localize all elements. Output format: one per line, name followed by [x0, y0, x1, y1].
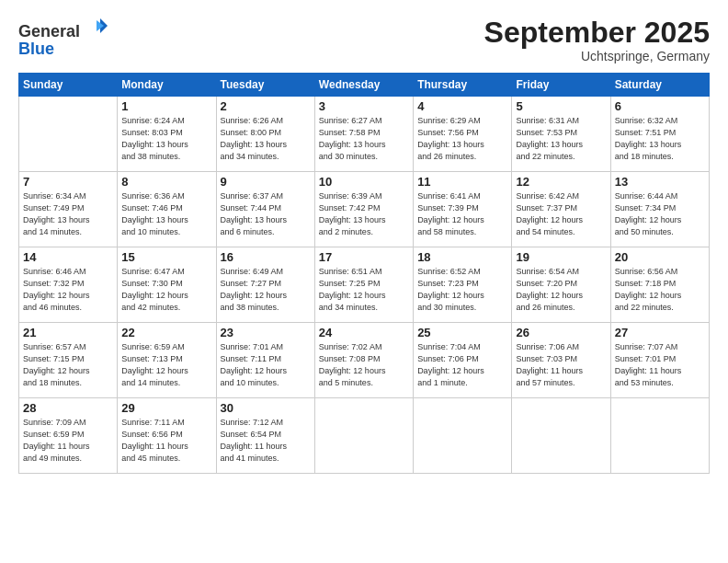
day-info: Sunrise: 7:06 AMSunset: 7:03 PMDaylight:…: [516, 341, 606, 389]
day-info: Sunrise: 6:46 AMSunset: 7:32 PMDaylight:…: [23, 266, 113, 314]
day-number: 6: [615, 99, 705, 113]
day-info: Sunrise: 7:02 AMSunset: 7:08 PMDaylight:…: [319, 341, 409, 389]
day-number: 16: [221, 250, 311, 264]
day-number: 2: [221, 99, 311, 113]
table-row: [314, 398, 413, 474]
logo-blue: Blue: [18, 40, 54, 58]
day-number: 15: [121, 250, 211, 264]
day-number: 17: [319, 250, 409, 264]
day-info: Sunrise: 7:04 AMSunset: 7:06 PMDaylight:…: [417, 341, 507, 389]
calendar-week-row: 21Sunrise: 6:57 AMSunset: 7:15 PMDayligh…: [19, 323, 710, 398]
day-number: 10: [319, 175, 409, 189]
header-monday: Monday: [118, 74, 216, 97]
day-info: Sunrise: 6:49 AMSunset: 7:27 PMDaylight:…: [221, 266, 311, 314]
day-info: Sunrise: 6:27 AMSunset: 7:58 PMDaylight:…: [319, 115, 409, 163]
day-number: 14: [23, 250, 113, 264]
day-number: 28: [23, 401, 113, 415]
logo-general: General: [18, 22, 80, 40]
day-info: Sunrise: 7:09 AMSunset: 6:59 PMDaylight:…: [23, 417, 113, 465]
day-info: Sunrise: 7:01 AMSunset: 7:11 PMDaylight:…: [221, 341, 311, 389]
table-row: 21Sunrise: 6:57 AMSunset: 7:15 PMDayligh…: [19, 323, 118, 398]
table-row: 24Sunrise: 7:02 AMSunset: 7:08 PMDayligh…: [314, 323, 413, 398]
calendar-week-row: 7Sunrise: 6:34 AMSunset: 7:49 PMDaylight…: [19, 172, 710, 247]
table-row: [610, 398, 709, 474]
day-info: Sunrise: 6:59 AMSunset: 7:13 PMDaylight:…: [121, 341, 211, 389]
day-number: 1: [121, 99, 211, 113]
table-row: 16Sunrise: 6:49 AMSunset: 7:27 PMDayligh…: [216, 247, 314, 323]
day-number: 11: [417, 175, 507, 189]
table-row: 18Sunrise: 6:52 AMSunset: 7:23 PMDayligh…: [414, 247, 512, 323]
day-number: 9: [221, 175, 311, 189]
page: General Blue September 2025 Uchtspringe,…: [0, 0, 728, 563]
header-thursday: Thursday: [414, 74, 512, 97]
table-row: 4Sunrise: 6:29 AMSunset: 7:56 PMDaylight…: [414, 97, 512, 172]
table-row: 6Sunrise: 6:32 AMSunset: 7:51 PMDaylight…: [610, 97, 709, 172]
day-info: Sunrise: 6:52 AMSunset: 7:23 PMDaylight:…: [417, 266, 507, 314]
table-row: 9Sunrise: 6:37 AMSunset: 7:44 PMDaylight…: [216, 172, 314, 247]
header-friday: Friday: [512, 74, 610, 97]
day-info: Sunrise: 6:26 AMSunset: 8:00 PMDaylight:…: [221, 115, 311, 163]
day-info: Sunrise: 6:56 AMSunset: 7:18 PMDaylight:…: [615, 266, 705, 314]
day-info: Sunrise: 6:57 AMSunset: 7:15 PMDaylight:…: [23, 341, 113, 389]
table-row: 8Sunrise: 6:36 AMSunset: 7:46 PMDaylight…: [118, 172, 216, 247]
logo-text: General: [18, 17, 108, 40]
day-number: 7: [23, 175, 113, 189]
day-info: Sunrise: 7:11 AMSunset: 6:56 PMDaylight:…: [121, 417, 211, 465]
day-info: Sunrise: 6:44 AMSunset: 7:34 PMDaylight:…: [615, 190, 705, 238]
header-saturday: Saturday: [610, 74, 709, 97]
logo: General Blue: [18, 17, 108, 58]
day-number: 20: [615, 250, 705, 264]
day-number: 19: [516, 250, 606, 264]
calendar-week-row: 28Sunrise: 7:09 AMSunset: 6:59 PMDayligh…: [19, 398, 710, 474]
day-number: 24: [319, 326, 409, 339]
table-row: 19Sunrise: 6:54 AMSunset: 7:20 PMDayligh…: [512, 247, 610, 323]
table-row: 7Sunrise: 6:34 AMSunset: 7:49 PMDaylight…: [19, 172, 118, 247]
day-number: 27: [615, 326, 705, 339]
day-info: Sunrise: 6:37 AMSunset: 7:44 PMDaylight:…: [221, 190, 311, 238]
day-number: 25: [417, 326, 507, 339]
table-row: [414, 398, 512, 474]
day-info: Sunrise: 7:07 AMSunset: 7:01 PMDaylight:…: [615, 341, 705, 389]
day-info: Sunrise: 6:34 AMSunset: 7:49 PMDaylight:…: [23, 190, 113, 238]
day-number: 21: [23, 326, 113, 339]
day-info: Sunrise: 6:31 AMSunset: 7:53 PMDaylight:…: [516, 115, 606, 163]
day-info: Sunrise: 6:32 AMSunset: 7:51 PMDaylight:…: [615, 115, 705, 163]
day-info: Sunrise: 6:36 AMSunset: 7:46 PMDaylight:…: [121, 190, 211, 238]
logo-icon: [87, 17, 108, 37]
calendar-week-row: 1Sunrise: 6:24 AMSunset: 8:03 PMDaylight…: [19, 97, 710, 172]
header-tuesday: Tuesday: [216, 74, 314, 97]
day-number: 23: [221, 326, 311, 339]
table-row: 13Sunrise: 6:44 AMSunset: 7:34 PMDayligh…: [610, 172, 709, 247]
table-row: 22Sunrise: 6:59 AMSunset: 7:13 PMDayligh…: [118, 323, 216, 398]
table-row: 5Sunrise: 6:31 AMSunset: 7:53 PMDaylight…: [512, 97, 610, 172]
day-info: Sunrise: 6:42 AMSunset: 7:37 PMDaylight:…: [516, 190, 606, 238]
day-info: Sunrise: 7:12 AMSunset: 6:54 PMDaylight:…: [221, 417, 311, 465]
header-sunday: Sunday: [19, 74, 118, 97]
table-row: 10Sunrise: 6:39 AMSunset: 7:42 PMDayligh…: [314, 172, 413, 247]
day-info: Sunrise: 6:51 AMSunset: 7:25 PMDaylight:…: [319, 266, 409, 314]
day-number: 12: [516, 175, 606, 189]
table-row: 27Sunrise: 7:07 AMSunset: 7:01 PMDayligh…: [610, 323, 709, 398]
day-number: 5: [516, 99, 606, 113]
day-info: Sunrise: 6:24 AMSunset: 8:03 PMDaylight:…: [121, 115, 211, 163]
calendar-table: Sunday Monday Tuesday Wednesday Thursday…: [18, 73, 710, 474]
page-title: September 2025: [484, 17, 710, 49]
day-number: 13: [615, 175, 705, 189]
title-block: September 2025 Uchtspringe, Germany: [484, 17, 710, 63]
header: General Blue September 2025 Uchtspringe,…: [18, 17, 710, 63]
table-row: 15Sunrise: 6:47 AMSunset: 7:30 PMDayligh…: [118, 247, 216, 323]
table-row: 26Sunrise: 7:06 AMSunset: 7:03 PMDayligh…: [512, 323, 610, 398]
table-row: 17Sunrise: 6:51 AMSunset: 7:25 PMDayligh…: [314, 247, 413, 323]
day-number: 29: [121, 401, 211, 415]
day-info: Sunrise: 6:39 AMSunset: 7:42 PMDaylight:…: [319, 190, 409, 238]
day-number: 4: [417, 99, 507, 113]
table-row: 28Sunrise: 7:09 AMSunset: 6:59 PMDayligh…: [19, 398, 118, 474]
table-row: 12Sunrise: 6:42 AMSunset: 7:37 PMDayligh…: [512, 172, 610, 247]
day-number: 26: [516, 326, 606, 339]
table-row: 2Sunrise: 6:26 AMSunset: 8:00 PMDaylight…: [216, 97, 314, 172]
location-label: Uchtspringe, Germany: [484, 49, 710, 63]
table-row: [512, 398, 610, 474]
table-row: 11Sunrise: 6:41 AMSunset: 7:39 PMDayligh…: [414, 172, 512, 247]
table-row: 30Sunrise: 7:12 AMSunset: 6:54 PMDayligh…: [216, 398, 314, 474]
table-row: 3Sunrise: 6:27 AMSunset: 7:58 PMDaylight…: [314, 97, 413, 172]
